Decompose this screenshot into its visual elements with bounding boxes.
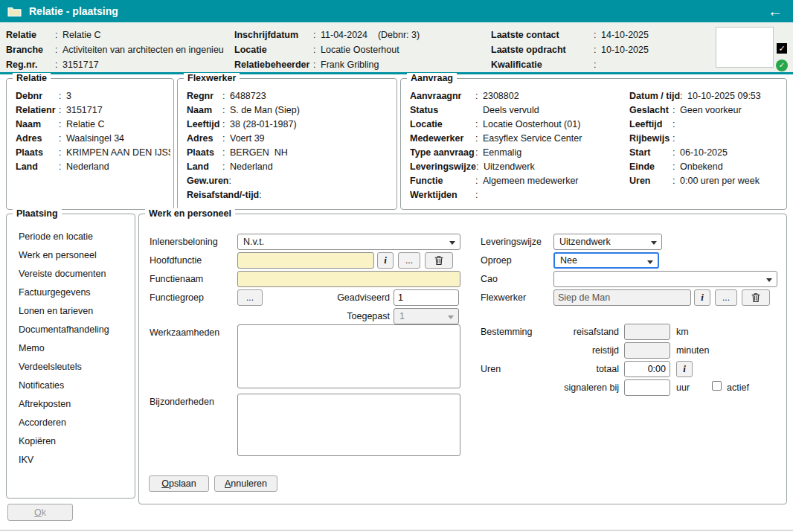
info-value: 38 (28-01-1987) <box>230 118 297 132</box>
inlenersbeloning-value: N.v.t. <box>243 237 264 247</box>
hoofdfunctie-info-button[interactable]: i <box>377 252 394 269</box>
werkzaamheden-textarea[interactable] <box>237 324 460 388</box>
info-value: 3 <box>66 89 71 103</box>
plaatsing-menu-item[interactable]: Werk en personeel <box>19 246 132 265</box>
cao-select[interactable] <box>553 271 777 287</box>
chevron-down-icon <box>766 278 772 285</box>
geadviseerd-input[interactable] <box>394 289 459 306</box>
totaal-info-button[interactable]: i <box>676 361 693 377</box>
info-value: 06-10-2025 <box>680 146 728 160</box>
info-row: StatusDeels vervuld <box>410 103 627 118</box>
info-label: Kwalificatie <box>491 57 594 72</box>
plaatsing-menu-item[interactable]: Lonen en tarieven <box>19 302 132 321</box>
info-value: Eenmalig <box>483 146 521 160</box>
opslaan-button[interactable]: Opslaan <box>149 475 209 492</box>
info-label: Laatste opdracht <box>491 42 594 57</box>
info-value: Relatie C <box>66 118 104 132</box>
totaal-label: totaal <box>545 364 619 375</box>
info-colon: : <box>229 174 237 188</box>
relatie-panel-legend: Relatie <box>13 73 51 84</box>
uren-label: Uren <box>481 364 501 375</box>
signaleren-unit: uur <box>676 382 690 394</box>
info-value: BERGEN NH <box>230 146 288 160</box>
info-label: Datum / tijd <box>629 89 680 103</box>
relatie-rows: Debnr:3 Relatienr:3151717 Naam:Relatie C… <box>16 89 170 174</box>
info-label: Relatienr <box>16 103 59 118</box>
back-arrow-icon[interactable]: ← <box>768 4 783 19</box>
info-value: 3151717 <box>66 103 103 118</box>
signaleren-input[interactable] <box>624 379 670 396</box>
annuleren-button[interactable]: Annuleren <box>214 475 277 492</box>
info-label: Relatie <box>6 28 55 42</box>
plaatsing-menu-item[interactable]: Notificaties <box>19 376 132 395</box>
info-value: 11-04-2024 (Debnr: 3) <box>321 28 420 42</box>
plaatsing-panel-legend: Plaatsing <box>13 208 62 219</box>
info-row: Naam:Relatie C <box>16 118 170 132</box>
info-row: Branche:Activiteiten van architecten en … <box>6 42 231 57</box>
hoofdfunctie-input[interactable] <box>237 252 374 269</box>
trash-icon <box>434 255 444 266</box>
info-row: Regnr:6488723 <box>187 89 394 103</box>
totaal-input[interactable] <box>624 361 670 377</box>
flexwerker-delete-button[interactable] <box>742 289 770 306</box>
info-label: Plaats <box>16 146 59 160</box>
plaatsing-menu-item[interactable]: Documentafhandeling <box>19 321 132 339</box>
info-label: Reisafstand/-tijd <box>187 188 259 202</box>
plaatsing-menu-item[interactable]: Factuurgegevens <box>19 283 132 302</box>
relatie-plaatsing-window: Relatie - plaatsing ← Relatie:Relatie C … <box>0 0 793 532</box>
chevron-down-icon <box>448 315 454 322</box>
info-colon: : <box>594 57 601 72</box>
flexwerker-rows: Regnr:6488723 Naam:S. de Man (Siep) Leef… <box>187 89 394 202</box>
plaatsing-menu-item[interactable]: Kopiëren <box>19 432 132 451</box>
flexwerker-browse-button[interactable]: ... <box>715 289 737 306</box>
info-label: Branche <box>6 42 55 57</box>
info-colon: : <box>222 103 230 118</box>
hoofdfunctie-browse-button[interactable]: ... <box>398 252 420 269</box>
plaatsing-menu-item[interactable]: Verdeelsleutels <box>19 358 132 376</box>
header-column-inschrijving: Inschrijfdatum:11-04-2024 (Debnr: 3) Loc… <box>234 28 489 72</box>
inlenersbeloning-select[interactable]: N.v.t. <box>237 234 460 250</box>
info-row: Start:06-10-2025 <box>629 146 783 160</box>
info-value: Nederland <box>230 160 273 174</box>
plaatsing-menu-item[interactable]: Memo <box>19 339 132 358</box>
info-colon: : <box>222 89 230 103</box>
info-colon: : <box>222 160 230 174</box>
info-colon: : <box>222 146 230 160</box>
info-row: Relatie:Relatie C <box>6 28 231 42</box>
info-label: Locatie <box>410 118 475 132</box>
functiegroep-browse-button[interactable]: ... <box>237 289 263 306</box>
info-label: Rijbewijs <box>629 132 672 146</box>
geadviseerd-label: Geadviseerd <box>318 292 390 304</box>
bijzonderheden-textarea[interactable] <box>237 394 460 456</box>
ellipsis-icon: ... <box>246 292 254 303</box>
plaatsing-menu-item[interactable]: Periode en locatie <box>19 228 132 246</box>
hoofdfunctie-label: Hoofdfunctie <box>150 255 202 266</box>
plaatsing-menu-item[interactable]: Aftrekposten <box>19 395 132 414</box>
info-colon: : <box>594 42 601 57</box>
plaatsing-menu-item[interactable]: Vereiste documenten <box>19 265 132 283</box>
info-colon: : <box>475 146 483 160</box>
info-colon: : <box>313 57 321 72</box>
info-colon: : <box>313 42 321 57</box>
info-value: Locatie Oosterhout (01) <box>483 118 580 132</box>
header-checkbox-checked[interactable]: ✓ <box>777 43 787 54</box>
info-label: Leeftijd <box>629 118 672 132</box>
info-label: Inschrijfdatum <box>234 28 313 42</box>
info-value: Onbekend <box>680 160 723 174</box>
info-label: Aanvraagnr <box>410 89 475 103</box>
annuleren-button-label: Annuleren <box>225 478 267 489</box>
info-row: Leveringswijze:Uitzendwerk <box>410 160 627 174</box>
functiegroep-label: Functiegroep <box>150 292 204 304</box>
plaatsing-menu-item[interactable]: IKV <box>19 451 132 469</box>
leveringswijze-select[interactable]: Uitzendwerk <box>553 234 662 250</box>
oproep-select[interactable]: Nee <box>553 252 659 269</box>
info-label: Adres <box>16 132 59 146</box>
ok-button[interactable]: Ok <box>7 504 73 521</box>
actief-checkbox[interactable] <box>712 381 722 391</box>
functienaam-input[interactable] <box>237 271 460 287</box>
plaatsing-menu-item[interactable]: Accorderen <box>19 414 132 432</box>
info-value: Nederland <box>66 160 109 174</box>
aanvraag-right-rows: Datum / tijd:10-10-2025 09:53 Geslacht:G… <box>629 89 783 188</box>
flexwerker-info-button[interactable]: i <box>694 289 710 306</box>
hoofdfunctie-delete-button[interactable] <box>425 252 453 269</box>
